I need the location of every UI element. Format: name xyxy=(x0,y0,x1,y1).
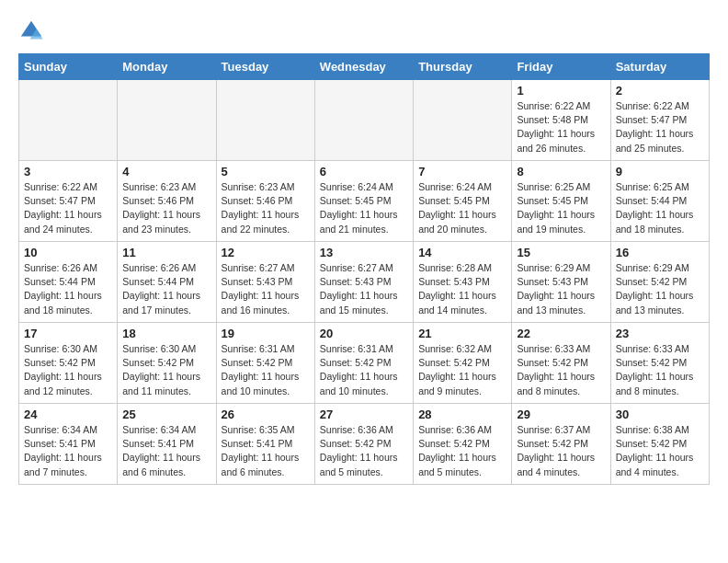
calendar-cell xyxy=(19,80,118,161)
day-info: Sunrise: 6:36 AM Sunset: 5:42 PM Dayligh… xyxy=(320,423,408,479)
day-number: 15 xyxy=(517,246,605,259)
calendar-table: SundayMondayTuesdayWednesdayThursdayFrid… xyxy=(18,53,710,485)
calendar-week-1: 1Sunrise: 6:22 AM Sunset: 5:48 PM Daylig… xyxy=(19,80,710,161)
day-number: 26 xyxy=(222,408,310,421)
day-number: 28 xyxy=(418,408,506,421)
calendar-cell: 17Sunrise: 6:30 AM Sunset: 5:42 PM Dayli… xyxy=(19,323,118,404)
day-info: Sunrise: 6:33 AM Sunset: 5:42 PM Dayligh… xyxy=(517,342,605,398)
weekday-header-saturday: Saturday xyxy=(610,54,709,80)
calendar-cell: 2Sunrise: 6:22 AM Sunset: 5:47 PM Daylig… xyxy=(610,80,709,161)
weekday-header-wednesday: Wednesday xyxy=(314,54,413,80)
day-number: 19 xyxy=(222,327,310,340)
day-info: Sunrise: 6:37 AM Sunset: 5:42 PM Dayligh… xyxy=(517,423,605,479)
calendar-cell: 5Sunrise: 6:23 AM Sunset: 5:46 PM Daylig… xyxy=(216,161,314,242)
day-info: Sunrise: 6:31 AM Sunset: 5:42 PM Dayligh… xyxy=(320,342,408,398)
day-number: 20 xyxy=(320,327,408,340)
header xyxy=(18,18,710,44)
day-info: Sunrise: 6:22 AM Sunset: 5:47 PM Dayligh… xyxy=(616,99,704,155)
day-info: Sunrise: 6:23 AM Sunset: 5:46 PM Dayligh… xyxy=(222,180,310,236)
calendar-cell: 30Sunrise: 6:38 AM Sunset: 5:42 PM Dayli… xyxy=(610,404,709,485)
day-number: 24 xyxy=(24,408,112,421)
day-info: Sunrise: 6:26 AM Sunset: 5:44 PM Dayligh… xyxy=(24,261,112,317)
day-number: 10 xyxy=(24,246,112,259)
calendar-cell: 24Sunrise: 6:34 AM Sunset: 5:41 PM Dayli… xyxy=(19,404,118,485)
calendar-cell xyxy=(414,80,512,161)
logo-icon xyxy=(18,18,44,44)
calendar-week-2: 3Sunrise: 6:22 AM Sunset: 5:47 PM Daylig… xyxy=(19,161,710,242)
calendar-cell: 10Sunrise: 6:26 AM Sunset: 5:44 PM Dayli… xyxy=(19,242,118,323)
day-info: Sunrise: 6:24 AM Sunset: 5:45 PM Dayligh… xyxy=(418,180,506,236)
calendar-cell: 11Sunrise: 6:26 AM Sunset: 5:44 PM Dayli… xyxy=(118,242,216,323)
calendar-cell: 14Sunrise: 6:28 AM Sunset: 5:43 PM Dayli… xyxy=(414,242,512,323)
calendar-cell: 18Sunrise: 6:30 AM Sunset: 5:42 PM Dayli… xyxy=(118,323,216,404)
day-info: Sunrise: 6:31 AM Sunset: 5:42 PM Dayligh… xyxy=(222,342,310,398)
calendar-cell: 8Sunrise: 6:25 AM Sunset: 5:45 PM Daylig… xyxy=(512,161,610,242)
day-info: Sunrise: 6:29 AM Sunset: 5:43 PM Dayligh… xyxy=(517,261,605,317)
calendar-week-4: 17Sunrise: 6:30 AM Sunset: 5:42 PM Dayli… xyxy=(19,323,710,404)
calendar-cell: 7Sunrise: 6:24 AM Sunset: 5:45 PM Daylig… xyxy=(414,161,512,242)
day-number: 21 xyxy=(418,327,506,340)
day-info: Sunrise: 6:25 AM Sunset: 5:44 PM Dayligh… xyxy=(616,180,704,236)
calendar-cell: 21Sunrise: 6:32 AM Sunset: 5:42 PM Dayli… xyxy=(414,323,512,404)
day-info: Sunrise: 6:36 AM Sunset: 5:42 PM Dayligh… xyxy=(418,423,506,479)
day-number: 14 xyxy=(418,246,506,259)
day-info: Sunrise: 6:32 AM Sunset: 5:42 PM Dayligh… xyxy=(418,342,506,398)
calendar-week-5: 24Sunrise: 6:34 AM Sunset: 5:41 PM Dayli… xyxy=(19,404,710,485)
day-number: 1 xyxy=(517,84,605,98)
day-info: Sunrise: 6:30 AM Sunset: 5:42 PM Dayligh… xyxy=(122,342,210,398)
day-info: Sunrise: 6:22 AM Sunset: 5:47 PM Dayligh… xyxy=(24,180,112,236)
day-info: Sunrise: 6:27 AM Sunset: 5:43 PM Dayligh… xyxy=(320,261,408,317)
day-number: 7 xyxy=(418,165,506,178)
day-number: 30 xyxy=(616,408,704,421)
day-info: Sunrise: 6:35 AM Sunset: 5:41 PM Dayligh… xyxy=(222,423,310,479)
day-number: 4 xyxy=(122,165,210,178)
weekday-header-friday: Friday xyxy=(512,54,610,80)
weekday-header-thursday: Thursday xyxy=(414,54,512,80)
day-number: 2 xyxy=(616,84,704,98)
calendar-cell: 3Sunrise: 6:22 AM Sunset: 5:47 PM Daylig… xyxy=(19,161,118,242)
day-number: 17 xyxy=(24,327,112,340)
calendar-cell xyxy=(118,80,216,161)
day-number: 16 xyxy=(616,246,704,259)
day-number: 3 xyxy=(24,165,112,178)
calendar-cell: 20Sunrise: 6:31 AM Sunset: 5:42 PM Dayli… xyxy=(314,323,413,404)
day-number: 23 xyxy=(616,327,704,340)
calendar-cell xyxy=(314,80,413,161)
day-info: Sunrise: 6:24 AM Sunset: 5:45 PM Dayligh… xyxy=(320,180,408,236)
day-number: 12 xyxy=(222,246,310,259)
weekday-header-sunday: Sunday xyxy=(19,54,118,80)
calendar-week-3: 10Sunrise: 6:26 AM Sunset: 5:44 PM Dayli… xyxy=(19,242,710,323)
day-info: Sunrise: 6:25 AM Sunset: 5:45 PM Dayligh… xyxy=(517,180,605,236)
calendar-cell: 15Sunrise: 6:29 AM Sunset: 5:43 PM Dayli… xyxy=(512,242,610,323)
day-info: Sunrise: 6:38 AM Sunset: 5:42 PM Dayligh… xyxy=(616,423,704,479)
weekday-header-tuesday: Tuesday xyxy=(216,54,314,80)
day-number: 8 xyxy=(517,165,605,178)
logo xyxy=(18,18,48,44)
day-info: Sunrise: 6:22 AM Sunset: 5:48 PM Dayligh… xyxy=(517,99,605,155)
weekday-header-monday: Monday xyxy=(118,54,216,80)
calendar-cell xyxy=(216,80,314,161)
calendar-cell: 27Sunrise: 6:36 AM Sunset: 5:42 PM Dayli… xyxy=(314,404,413,485)
calendar-cell: 13Sunrise: 6:27 AM Sunset: 5:43 PM Dayli… xyxy=(314,242,413,323)
day-number: 22 xyxy=(517,327,605,340)
calendar-cell: 26Sunrise: 6:35 AM Sunset: 5:41 PM Dayli… xyxy=(216,404,314,485)
day-number: 29 xyxy=(517,408,605,421)
day-info: Sunrise: 6:33 AM Sunset: 5:42 PM Dayligh… xyxy=(616,342,704,398)
calendar-cell: 4Sunrise: 6:23 AM Sunset: 5:46 PM Daylig… xyxy=(118,161,216,242)
day-number: 5 xyxy=(222,165,310,178)
day-number: 13 xyxy=(320,246,408,259)
calendar-cell: 19Sunrise: 6:31 AM Sunset: 5:42 PM Dayli… xyxy=(216,323,314,404)
day-info: Sunrise: 6:29 AM Sunset: 5:42 PM Dayligh… xyxy=(616,261,704,317)
day-number: 9 xyxy=(616,165,704,178)
weekday-header-row: SundayMondayTuesdayWednesdayThursdayFrid… xyxy=(19,54,710,80)
calendar-cell: 29Sunrise: 6:37 AM Sunset: 5:42 PM Dayli… xyxy=(512,404,610,485)
day-number: 18 xyxy=(122,327,210,340)
calendar-cell: 6Sunrise: 6:24 AM Sunset: 5:45 PM Daylig… xyxy=(314,161,413,242)
calendar-cell: 16Sunrise: 6:29 AM Sunset: 5:42 PM Dayli… xyxy=(610,242,709,323)
day-number: 25 xyxy=(122,408,210,421)
day-info: Sunrise: 6:34 AM Sunset: 5:41 PM Dayligh… xyxy=(122,423,210,479)
day-number: 27 xyxy=(320,408,408,421)
calendar-cell: 1Sunrise: 6:22 AM Sunset: 5:48 PM Daylig… xyxy=(512,80,610,161)
calendar-cell: 9Sunrise: 6:25 AM Sunset: 5:44 PM Daylig… xyxy=(610,161,709,242)
day-number: 11 xyxy=(122,246,210,259)
